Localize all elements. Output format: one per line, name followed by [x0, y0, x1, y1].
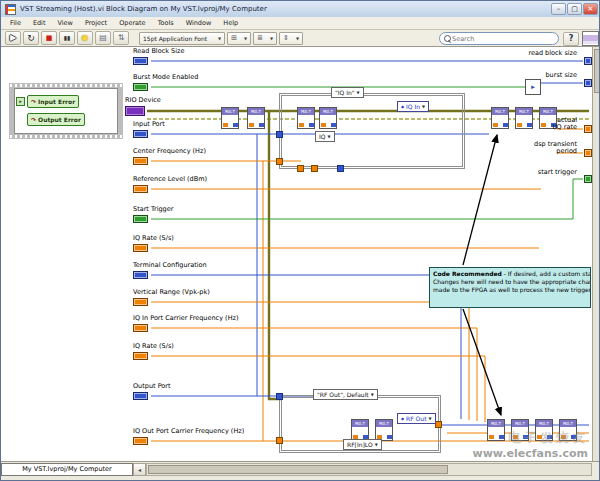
tab-scroll-left-button[interactable]	[133, 463, 146, 476]
case-selector-iq-in[interactable]: "IQ In"	[331, 87, 364, 98]
control-iq-in-port-carrier-frequency[interactable]: IQ In Port Carrier Frequency (Hz)	[133, 314, 238, 332]
pause-button[interactable]	[59, 31, 75, 45]
tunnel[interactable]	[276, 158, 283, 165]
fpga-node[interactable]: MULT	[559, 419, 577, 441]
menu-project[interactable]: Project	[79, 18, 113, 28]
control-terminal[interactable]	[133, 352, 148, 360]
indicator-terminal[interactable]	[584, 79, 592, 87]
comment-code-recommended[interactable]: Code Recommended - If desired, add a cus…	[429, 267, 591, 308]
control-input-port[interactable]: Input Port	[133, 120, 165, 138]
control-terminal[interactable]	[133, 392, 148, 400]
fpga-node[interactable]: MULT	[515, 107, 533, 129]
tunnel[interactable]	[337, 165, 344, 172]
control-terminal[interactable]	[133, 157, 148, 165]
tunnel[interactable]	[435, 421, 442, 428]
search-input[interactable]	[452, 35, 554, 43]
global-label: Input Error	[38, 98, 75, 105]
sequence-frame[interactable]	[9, 83, 123, 139]
font-selector-combo[interactable]: 15pt Application Font	[139, 32, 225, 45]
vertical-scrollbar[interactable]	[592, 47, 600, 461]
enum-constant-iq-in[interactable]: IQ In	[397, 101, 429, 112]
indicator-terminal[interactable]	[584, 125, 592, 133]
control-terminal[interactable]	[133, 83, 148, 91]
maximize-button[interactable]: ▢	[567, 3, 582, 15]
tunnel[interactable]	[276, 393, 283, 400]
target-tab[interactable]: My VST.lvproj/My Computer	[1, 463, 133, 476]
fpga-node[interactable]: MULT	[511, 419, 529, 441]
control-terminal[interactable]	[133, 57, 148, 65]
fpga-node[interactable]: MULT	[535, 419, 553, 441]
fpga-node[interactable]: MULT	[247, 107, 265, 129]
menu-help[interactable]: Help	[217, 18, 244, 28]
case-selector-rf-out[interactable]: "RF Out", Default	[313, 389, 378, 400]
menu-file[interactable]: File	[4, 18, 27, 28]
convert-node[interactable]: ▸	[525, 79, 541, 95]
align-objects-combo[interactable]: ⊞	[227, 32, 251, 45]
indicator-terminal[interactable]	[584, 175, 592, 183]
fpga-node[interactable]: MULT	[375, 419, 393, 441]
control-terminal[interactable]	[133, 185, 148, 193]
run-button[interactable]	[5, 31, 21, 45]
fpga-node[interactable]: MULT	[351, 419, 369, 441]
close-button[interactable]: ✕	[583, 3, 598, 15]
global-output-error[interactable]: ↷ Output Error	[27, 113, 85, 126]
fpga-node[interactable]: MULT	[221, 107, 239, 129]
abort-button[interactable]	[41, 31, 57, 45]
menu-view[interactable]: View	[51, 18, 78, 28]
control-terminal[interactable]	[133, 215, 148, 223]
retain-wire-values-button[interactable]	[95, 31, 111, 45]
control-terminal[interactable]	[133, 271, 148, 279]
control-terminal[interactable]	[133, 324, 148, 332]
control-center-frequency[interactable]: Center Frequency (Hz)	[133, 147, 206, 165]
search-box[interactable]	[439, 32, 559, 45]
control-iq-rate[interactable]: IQ Rate (S/s)	[133, 234, 174, 252]
fpga-node[interactable]: MULT	[297, 107, 315, 129]
control-terminal[interactable]	[133, 244, 148, 252]
control-read-block-size[interactable]: Read Block Size	[133, 47, 184, 65]
enum-constant-rf-out[interactable]: RF Out	[397, 413, 436, 424]
horizontal-scrollbar-thumb[interactable]	[148, 465, 448, 474]
boolean-constant[interactable]: ▸	[16, 97, 25, 106]
control-reference-level[interactable]: Reference Level (dBm)	[133, 175, 207, 193]
io-selector-iq[interactable]: IQ	[315, 131, 335, 142]
tunnel[interactable]	[276, 437, 283, 444]
resize-objects-combo[interactable]: ⇕	[279, 32, 303, 45]
run-continuous-button[interactable]	[23, 31, 39, 45]
control-vertical-range[interactable]: Vertical Range (Vpk-pk)	[133, 288, 210, 306]
minimize-button[interactable]: –	[551, 3, 566, 15]
control-iq-out-port-carrier-frequency[interactable]: IQ Out Port Carrier Frequency (Hz)	[133, 427, 244, 445]
control-start-trigger[interactable]: Start Trigger	[133, 205, 173, 223]
menu-edit[interactable]: Edit	[27, 18, 52, 28]
control-terminal-configuration[interactable]: Terminal Configuration	[133, 261, 207, 279]
horizontal-scrollbar[interactable]	[146, 463, 592, 476]
global-input-error[interactable]: ↷ Input Error	[27, 95, 79, 108]
fpga-node[interactable]: MULT	[491, 107, 509, 129]
vertical-scrollbar-thumb[interactable]	[594, 49, 600, 93]
indicator-terminal[interactable]	[584, 57, 592, 65]
indicator-terminal[interactable]	[584, 149, 592, 157]
tunnel[interactable]	[311, 165, 318, 172]
menu-operate[interactable]: Operate	[113, 18, 151, 28]
fpga-node[interactable]: MULT	[487, 419, 505, 441]
tunnel[interactable]	[276, 131, 283, 138]
cleanup-diagram-button[interactable]	[113, 31, 129, 45]
tunnel[interactable]	[297, 165, 304, 172]
io-selector-rf-in-lo[interactable]: RF[In]LO	[343, 439, 382, 450]
bottom-bar: My VST.lvproj/My Computer	[1, 461, 600, 476]
rio-device-terminal[interactable]	[125, 106, 145, 116]
menu-tools[interactable]: Tools	[152, 18, 180, 28]
vi-icon-toolbar[interactable]	[582, 31, 599, 46]
case-structure-iq-in[interactable]	[279, 93, 465, 169]
control-output-port[interactable]: Output Port	[133, 382, 171, 400]
highlight-execution-button[interactable]	[77, 31, 93, 45]
control-terminal[interactable]	[133, 130, 148, 138]
distribute-objects-combo[interactable]: ≣	[253, 32, 277, 45]
control-terminal[interactable]	[133, 437, 148, 445]
control-terminal[interactable]	[133, 298, 148, 306]
control-label: Vertical Range (Vpk-pk)	[133, 288, 210, 297]
control-iq-rate-2[interactable]: IQ Rate (S/s)	[133, 342, 174, 360]
control-burst-mode-enabled[interactable]: Burst Mode Enabled	[133, 73, 198, 91]
help-button[interactable]: ?	[563, 32, 579, 46]
fpga-node[interactable]: MULT	[319, 107, 337, 129]
menu-window[interactable]: Window	[180, 18, 218, 28]
